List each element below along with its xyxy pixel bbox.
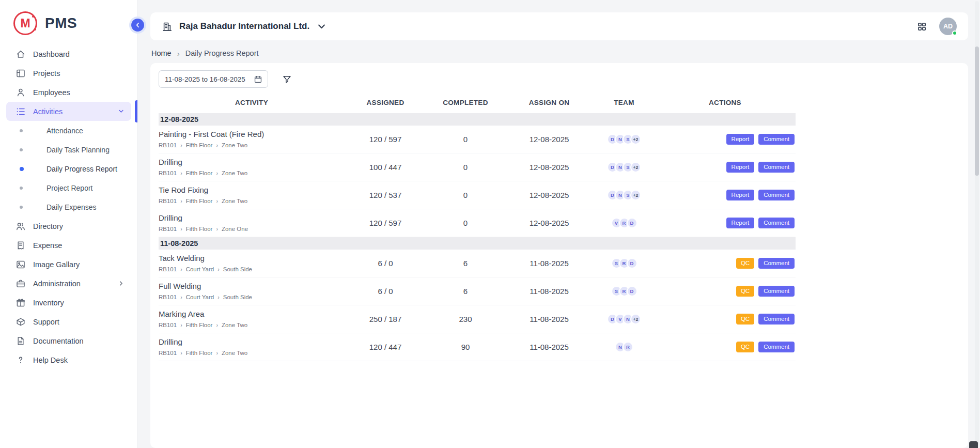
sidebar-item-inventory[interactable]: Inventory — [6, 293, 131, 312]
comment-button[interactable]: Comment — [758, 162, 795, 173]
assign-on-value: 12-08-2025 — [505, 153, 594, 181]
company-selector[interactable]: Raja Bahadur International Ltd. — [162, 21, 327, 32]
sidebar-subitem-attendance[interactable]: Attendance — [6, 121, 131, 140]
path-segment: RB101 — [159, 198, 177, 204]
kanban-icon — [15, 68, 26, 79]
team-avatar: D — [627, 286, 637, 297]
column-header-activity: ACTIVITY — [159, 94, 345, 113]
user-avatar[interactable]: AD — [939, 18, 957, 35]
filter-funnel-icon[interactable] — [282, 74, 292, 84]
team-extra-badge: +2 — [630, 162, 641, 173]
bullet-icon — [20, 167, 24, 171]
date-group-row: 11-08-2025 — [159, 237, 796, 250]
team-cell: SRD — [594, 250, 655, 277]
path-segment: Fifth Floor — [186, 322, 213, 328]
activity-name: Tack Welding — [159, 254, 345, 262]
comment-button[interactable]: Comment — [758, 190, 795, 201]
activity-path: RB101›Fifth Floor›Zone One — [159, 226, 345, 232]
date-group-label: 12-08-2025 — [159, 113, 796, 126]
qc-button[interactable]: QC — [736, 314, 754, 325]
report-button[interactable]: Report — [726, 190, 755, 201]
receipt-icon — [15, 240, 26, 251]
document-icon — [15, 336, 26, 346]
sidebar-subitem-label: Daily Task Planning — [46, 146, 110, 154]
assigned-value: 6 / 0 — [345, 250, 426, 277]
sidebar-item-expense[interactable]: Expense — [6, 236, 131, 255]
qc-button[interactable]: QC — [736, 286, 754, 297]
sidebar-item-image-gallary[interactable]: Image Gallary — [6, 255, 131, 274]
chevron-right-icon: › — [180, 170, 182, 176]
building-icon — [162, 21, 173, 32]
gift-icon — [15, 298, 26, 308]
online-status-dot — [952, 30, 957, 36]
report-button[interactable]: Report — [726, 134, 755, 145]
comment-button[interactable]: Comment — [758, 218, 795, 229]
sidebar-item-administration[interactable]: Administration — [6, 274, 131, 293]
sidebar-subitem-daily-expenses[interactable]: Daily Expenses — [6, 197, 131, 217]
activity-row: DrillingRB101›Fifth Floor›Zone One120 / … — [159, 209, 796, 237]
activity-path: RB101›Court Yard›South Side — [159, 266, 345, 272]
sidebar-item-label: Dashboard — [33, 50, 70, 58]
date-group-row: 12-08-2025 — [159, 113, 796, 126]
comment-button[interactable]: Comment — [758, 134, 795, 145]
completed-value: 6 — [426, 277, 505, 305]
logo-icon: M — [13, 11, 37, 35]
sidebar-item-projects[interactable]: Projects — [6, 64, 131, 83]
activity-row: Marking AreaRB101›Fifth Floor›Zone Two25… — [159, 305, 796, 333]
sidebar-item-activities[interactable]: Activities — [6, 102, 131, 121]
sidebar-subitem-label: Daily Expenses — [46, 203, 97, 211]
sidebar-subitem-project-report[interactable]: Project Report — [6, 178, 131, 197]
team-cell: VRD — [594, 209, 655, 237]
sidebar-collapse-button[interactable] — [131, 19, 144, 32]
sidebar-item-help-desk[interactable]: Help Desk — [6, 350, 131, 369]
sidebar-subitem-label: Project Report — [46, 184, 92, 192]
sidebar-item-directory[interactable]: Directory — [6, 217, 131, 236]
date-range-input[interactable]: 11-08-2025 to 16-08-2025 — [159, 70, 268, 88]
report-button[interactable]: Report — [726, 218, 755, 229]
assign-on-value: 11-08-2025 — [505, 250, 594, 277]
comment-button[interactable]: Comment — [758, 314, 795, 325]
comment-button[interactable]: Comment — [758, 342, 795, 353]
breadcrumb: Home › Daily Progress Report — [151, 49, 968, 57]
sidebar-item-label: Inventory — [33, 299, 64, 307]
chevron-right-icon: › — [180, 266, 182, 272]
logo-letter: M — [20, 17, 30, 30]
breadcrumb-home[interactable]: Home — [151, 49, 172, 57]
chevron-right-icon: › — [216, 226, 218, 232]
chevron-right-icon: › — [177, 50, 180, 57]
chevron-right-icon: › — [180, 322, 182, 328]
scrollbar-thumb[interactable] — [975, 47, 979, 176]
apps-grid-icon[interactable] — [917, 22, 927, 32]
path-segment: Zone Two — [222, 198, 247, 204]
sidebar-item-support[interactable]: Support — [6, 312, 131, 331]
activity-row: DrillingRB101›Fifth Floor›Zone Two100 / … — [159, 153, 796, 181]
path-segment: Fifth Floor — [186, 142, 213, 148]
chevron-right-icon — [117, 280, 125, 287]
qc-button[interactable]: QC — [736, 258, 754, 269]
activity-path: RB101›Court Yard›South Side — [159, 294, 345, 300]
actions-cell: ReportComment — [655, 126, 796, 153]
team-cell: DVN+2 — [594, 305, 655, 333]
sidebar-item-documentation[interactable]: Documentation — [6, 331, 131, 350]
path-segment: Court Yard — [186, 294, 214, 300]
comment-button[interactable]: Comment — [758, 258, 795, 269]
vertical-scrollbar[interactable] — [975, 1, 979, 447]
qc-button[interactable]: QC — [736, 342, 754, 353]
breadcrumb-current: Daily Progress Report — [185, 49, 259, 57]
path-segment: RB101 — [159, 142, 177, 148]
actions-cell: QCComment — [655, 250, 796, 277]
top-header-bar: Raja Bahadur International Ltd. AD — [150, 12, 968, 40]
sidebar-item-dashboard[interactable]: Dashboard — [6, 44, 131, 64]
sidebar-item-employees[interactable]: Employees — [6, 83, 131, 102]
actions-cell: ReportComment — [655, 181, 796, 209]
corner-widget[interactable] — [969, 441, 978, 448]
chevron-right-icon: › — [180, 198, 182, 204]
completed-value: 0 — [426, 153, 505, 181]
report-button[interactable]: Report — [726, 162, 755, 173]
bullet-icon — [20, 148, 23, 151]
sidebar-subitem-label: Daily Progress Report — [46, 165, 117, 173]
sidebar-subitem-daily-progress-report[interactable]: Daily Progress Report — [6, 159, 131, 178]
sidebar-subitem-daily-task-planning[interactable]: Daily Task Planning — [6, 140, 131, 159]
team-avatar: R — [623, 342, 633, 352]
comment-button[interactable]: Comment — [758, 286, 795, 297]
